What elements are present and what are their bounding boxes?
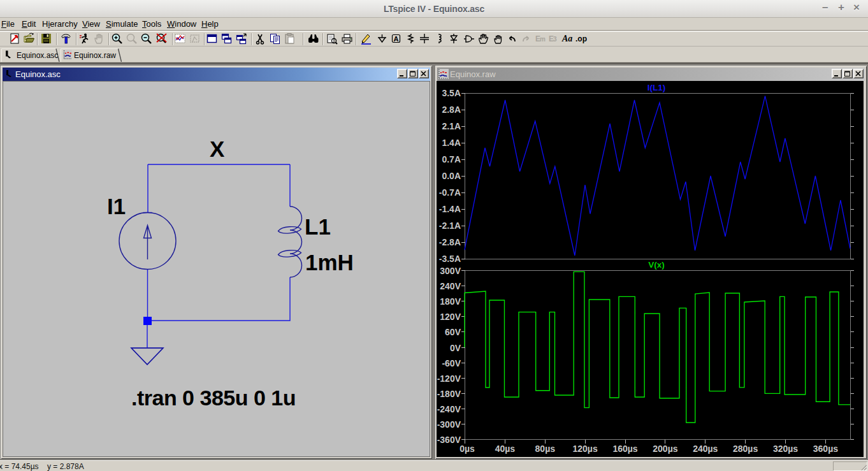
svg-text:300V: 300V — [440, 266, 461, 276]
svg-text:-300V: -300V — [437, 419, 461, 430]
svg-text:120V: 120V — [440, 312, 461, 322]
svg-text:-60V: -60V — [442, 358, 461, 368]
svg-text:.op: .op — [575, 34, 587, 43]
svg-text:240µs: 240µs — [693, 444, 718, 454]
svg-text:120µs: 120µs — [572, 444, 597, 454]
svg-text:2.1A: 2.1A — [442, 121, 461, 131]
svg-text:-360V: -360V — [437, 435, 461, 445]
svg-text:-0.7A: -0.7A — [439, 187, 461, 198]
svg-text:m: m — [540, 36, 546, 43]
svg-text:-120V: -120V — [437, 373, 461, 384]
svg-text:-240V: -240V — [437, 404, 461, 414]
svg-text:-2.8A: -2.8A — [439, 237, 461, 247]
svg-text:3.5A: 3.5A — [442, 88, 461, 98]
svg-text:-2.1A: -2.1A — [439, 221, 461, 231]
svg-text:0V: 0V — [450, 343, 461, 353]
svg-text:A: A — [394, 35, 399, 43]
svg-text:180V: 180V — [440, 296, 461, 307]
svg-text:-1.4A: -1.4A — [439, 204, 461, 214]
svg-text:1.4A: 1.4A — [442, 138, 461, 148]
svg-text:3: 3 — [553, 36, 557, 43]
svg-text:I(L1): I(L1) — [647, 83, 666, 92]
svg-text:-180V: -180V — [437, 389, 461, 399]
svg-text:200µs: 200µs — [653, 444, 677, 454]
svg-text:80µs: 80µs — [535, 444, 556, 454]
svg-text:320µs: 320µs — [773, 444, 798, 454]
svg-text:40µs: 40µs — [495, 444, 516, 454]
svg-text:Aa: Aa — [561, 34, 572, 43]
svg-text:-3.5A: -3.5A — [439, 254, 461, 264]
svg-text:160µs: 160µs — [612, 444, 637, 454]
svg-text:0µs: 0µs — [459, 444, 475, 454]
svg-text:240V: 240V — [440, 281, 461, 291]
svg-text:280µs: 280µs — [733, 444, 758, 454]
svg-text:360µs: 360µs — [813, 444, 838, 454]
svg-text:0.7A: 0.7A — [442, 154, 461, 164]
svg-text:0.0A: 0.0A — [442, 171, 461, 181]
svg-text:2.8A: 2.8A — [442, 105, 461, 115]
svg-text:V(x): V(x) — [648, 260, 665, 270]
svg-text:60V: 60V — [445, 327, 461, 337]
